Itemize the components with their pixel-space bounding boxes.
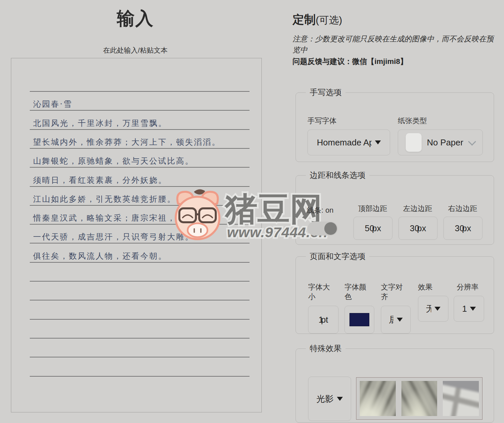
- top-margin-input[interactable]: 50px: [353, 217, 392, 240]
- text-align-label: 文字对齐: [381, 282, 407, 301]
- handwritten-line: 沁园春·雪: [33, 99, 258, 110]
- dropdown-arrow-icon: [397, 318, 403, 322]
- page-text-options-group: 页面和文字选项 字体大小 1pt 字体颜色 文字对齐 居中 效果 无 分辨率 1…: [296, 251, 494, 334]
- ruled-line: [30, 300, 250, 300]
- handwriting-font-value: Homemade Ap: [317, 137, 372, 148]
- handwritten-line: 须晴日，看红装素裹，分外妖娆。: [33, 175, 258, 186]
- paper-type-label: 纸张类型: [398, 116, 427, 126]
- effect-value: 无: [426, 303, 431, 315]
- customize-title: 定制: [293, 13, 316, 26]
- ruled-line: [30, 376, 250, 377]
- effect-select[interactable]: 无: [418, 296, 448, 322]
- ruled-line: [30, 129, 250, 130]
- ruled-line: [30, 262, 250, 263]
- font-size-unit: pt: [321, 315, 328, 325]
- top-margin-unit: px: [372, 223, 381, 234]
- effect-label: 效果: [418, 282, 433, 292]
- text-input-area[interactable]: 沁园春·雪北国风光，千里冰封，万里雪飘。望长城内外，惟余莽莽；大河上下，顿失滔滔…: [11, 58, 262, 412]
- handwritten-line: 俱往矣，数风流人物，还看今朝。: [33, 251, 258, 262]
- font-size-label: 字体大小: [308, 282, 335, 301]
- input-title: 输入: [0, 7, 271, 31]
- customize-header: 定制(可选): [293, 12, 342, 27]
- ruled-line: [30, 243, 250, 243]
- margin-line-options-legend: 边距和线条选项: [306, 170, 369, 181]
- right-margin-label: 右边边距: [443, 204, 482, 214]
- effect-thumbnails[interactable]: [356, 377, 482, 420]
- handwriting-font-select[interactable]: Homemade Ap: [307, 130, 390, 155]
- handwriting-font-label: 手写字体: [307, 116, 337, 126]
- input-subtitle: 在此处输入/粘贴文本: [0, 46, 271, 55]
- handwritten-line: 山舞银蛇，原驰蜡象，欲与天公试比高。: [33, 156, 258, 167]
- handwriting-options-group: 手写选项 手写字体 Homemade Ap 纸张类型 No Paper: [296, 87, 494, 162]
- paper-type-select[interactable]: No Paper: [398, 130, 483, 155]
- ruled-line: [30, 338, 250, 339]
- customize-note: 注意：少数更改可能只反映在生成的图像中，而不会反映在预览中: [293, 34, 497, 55]
- shadow-effect-select[interactable]: 光影: [308, 377, 351, 421]
- left-margin-unit: px: [417, 223, 426, 234]
- resolution-value: 1x: [462, 304, 467, 314]
- font-color-swatch: [349, 313, 369, 326]
- top-margin-label: 顶部边距: [353, 204, 392, 214]
- dropdown-arrow-icon: [337, 397, 343, 401]
- ruled-line: [30, 357, 250, 357]
- special-effects-group: 特殊效果 光影: [296, 343, 494, 423]
- ruled-line: [30, 167, 250, 168]
- ruled-line: [30, 148, 250, 149]
- handwritten-line: 望长城内外，惟余莽莽；大河上下，顿失滔滔。: [33, 137, 258, 148]
- chevron-down-icon: [468, 137, 476, 145]
- paper-preview-thumbnail: [406, 133, 422, 152]
- margin-line-options-group: 边距和线条选项 线条: on 顶部边距 50px 左边边距 30px 右边边距 …: [296, 170, 494, 245]
- left-margin-input[interactable]: 30px: [398, 217, 437, 240]
- handwriting-generator-app: 输入 在此处输入/粘贴文本 沁园春·雪北国风光，千里冰封，万里雪飘。望长城内外，…: [0, 0, 504, 423]
- right-margin-unit: px: [462, 223, 471, 234]
- right-margin-input[interactable]: 30px: [443, 217, 482, 240]
- handwriting-options-legend: 手写选项: [306, 87, 345, 98]
- dropdown-arrow-icon: [470, 307, 476, 311]
- window-shadow-thumbnail[interactable]: [443, 381, 479, 416]
- feedback-contact: 问题反馈与建议：微信【imjimi8】: [293, 56, 408, 67]
- resolution-label: 分辨率: [457, 282, 479, 292]
- paper-type-value: No Paper: [427, 137, 463, 148]
- special-effects-legend: 特殊效果: [306, 343, 345, 354]
- handwritten-line: 一代天骄，成吉思汗，只识弯弓射大雕。: [33, 232, 258, 243]
- dropdown-arrow-icon: [375, 140, 381, 144]
- shadow-effect-value: 光影: [316, 393, 334, 405]
- leaf-shadow-1-thumbnail[interactable]: [360, 381, 396, 416]
- text-align-select[interactable]: 居中: [381, 306, 411, 334]
- page-text-options-legend: 页面和文字选项: [306, 251, 369, 262]
- ruled-line: [30, 110, 250, 111]
- ruled-line: [30, 91, 250, 92]
- lines-toggle-label: 线条: on: [307, 205, 334, 215]
- handwritten-line: 江山如此多娇，引无数英雄竞折腰。: [33, 194, 258, 205]
- text-align-value: 居中: [389, 314, 393, 326]
- resolution-select[interactable]: 1x: [454, 296, 484, 322]
- ruled-line: [30, 205, 250, 206]
- font-color-label: 字体颜色: [344, 282, 371, 301]
- leaf-shadow-2-thumbnail[interactable]: [401, 381, 437, 416]
- ruled-line: [30, 224, 250, 225]
- ruled-line: [30, 281, 250, 282]
- font-color-picker[interactable]: [344, 306, 374, 334]
- handwritten-line: 北国风光，千里冰封，万里雪飘。: [33, 118, 258, 129]
- lines-toggle[interactable]: [307, 222, 338, 236]
- dropdown-arrow-icon: [435, 307, 440, 311]
- ruled-line: [30, 319, 250, 320]
- customize-title-suffix: (可选): [316, 15, 342, 26]
- font-size-input[interactable]: 1pt: [308, 306, 339, 334]
- handwritten-line: 惜秦皇汉武，略输文采；唐宗宋祖，稍逊风骚。: [33, 213, 258, 224]
- ruled-line: [30, 186, 250, 187]
- toggle-knob-icon: [324, 222, 337, 235]
- left-margin-label: 左边边距: [398, 204, 437, 214]
